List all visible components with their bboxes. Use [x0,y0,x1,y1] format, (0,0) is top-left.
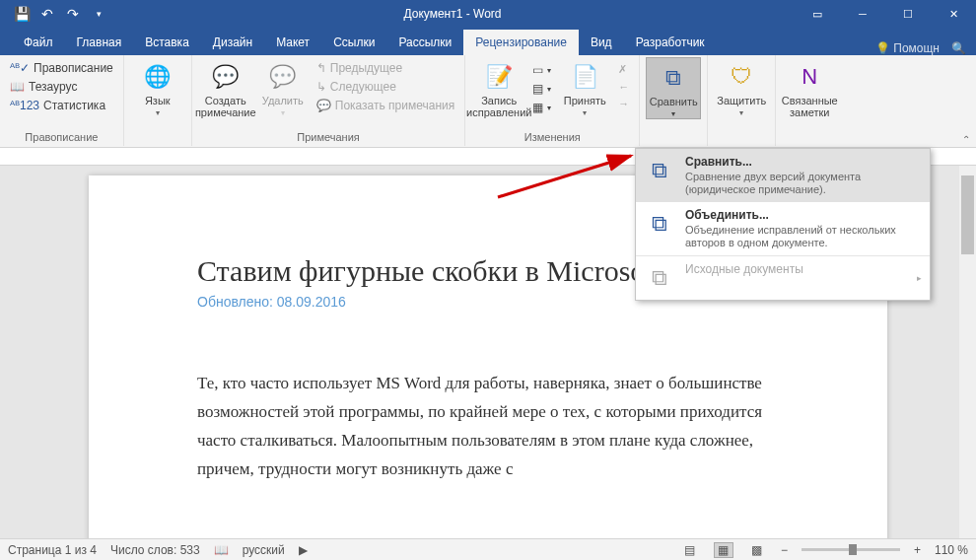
minimize-button[interactable]: ─ [840,0,885,28]
group-tracking: 📝 Запись исправлений ▭▾ ▤▾ ▦▾ 📄 Принять … [465,55,640,146]
status-language[interactable]: русский [243,543,285,557]
spelling-button[interactable]: ᴬᴮ✓Правописание [6,59,117,77]
thesaurus-button[interactable]: 📖Тезаурус [6,78,117,96]
new-comment-button[interactable]: 💬 Создать примечание [198,57,253,118]
combine-item-title: Объединить... [685,208,922,222]
prev-change-button: ← [614,79,633,95]
group-language: 🌐 Язык ▾ [124,55,192,146]
quick-access-toolbar: 💾 ↶ ↷ ▾ [0,2,110,26]
window-controls: ▭ ─ ☐ ✕ [795,0,976,28]
globe-icon: 🌐 [142,61,174,93]
group-comments-label: Примечания [198,130,459,144]
track-icon: 📝 [483,61,515,93]
combine-menu-item[interactable]: ⧉ Объединить... Объединение исправлений … [636,202,930,255]
linked-notes-button[interactable]: N Связанные заметки [782,57,837,118]
tab-mailings[interactable]: Рассылки [386,30,463,55]
view-web-layout[interactable]: ▩ [747,542,767,558]
tab-insert[interactable]: Вставка [133,30,201,55]
status-page[interactable]: Страница 1 из 4 [8,543,97,557]
status-proofing-icon[interactable]: 📖 [214,543,229,557]
compare-menu-item[interactable]: ⧉ Сравнить... Сравнение двух версий доку… [636,149,930,202]
tab-developer[interactable]: Разработчик [624,30,717,55]
source-item-title: Исходные документы [685,262,907,276]
status-bar: Страница 1 из 4 Число слов: 533 📖 русски… [0,538,976,560]
comment-icon: 💬 [210,61,242,93]
delete-comment-button[interactable]: 💬 Удалить ▾ [255,57,311,117]
combine-item-desc: Объединение исправлений от нескольких ав… [685,224,922,249]
tab-home[interactable]: Главная [65,30,134,55]
compare-item-desc: Сравнение двух версий документа (юридиче… [685,171,922,196]
protect-icon: 🛡 [726,61,757,93]
status-macro-icon[interactable]: ▶ [299,543,308,557]
close-button[interactable]: ✕ [931,0,976,28]
tell-me-label: Помощн [893,41,940,55]
statistics-button[interactable]: ᴬᴮ123Статистика [6,97,117,114]
accept-icon: 📄 [569,61,600,93]
scrollbar-thumb[interactable] [961,175,974,254]
view-read-mode[interactable]: ▤ [680,542,700,558]
view-print-layout[interactable]: ▦ [714,542,733,558]
document-body: Те, кто часто использует MS Word для раб… [197,369,779,483]
vertical-scrollbar[interactable] [959,166,976,538]
group-compare: ⧉ Сравнить ▾ [640,55,708,146]
qat-customize-icon[interactable]: ▾ [87,2,110,26]
status-words[interactable]: Число слов: 533 [110,543,200,557]
next-comment-button: ↳Следующее [313,78,459,96]
delete-comment-icon: 💬 [267,61,299,93]
maximize-button[interactable]: ☐ [885,0,931,28]
accept-button[interactable]: 📄 Принять ▾ [557,57,612,117]
tab-file[interactable]: Файл [12,30,65,55]
tell-me-icon[interactable]: 💡 Помощн [875,41,940,55]
ribbon: ᴬᴮ✓Правописание 📖Тезаурус ᴬᴮ123Статистик… [0,55,976,148]
collapse-ribbon-icon[interactable]: ⌃ [962,134,970,145]
zoom-out-button[interactable]: − [781,543,788,557]
reject-button: ✗ [614,61,633,78]
group-proofing: ᴬᴮ✓Правописание 📖Тезаурус ᴬᴮ123Статистик… [0,55,124,146]
group-comments: 💬 Создать примечание 💬 Удалить ▾ ↰Предыд… [192,55,466,146]
reviewing-pane-dropdown[interactable]: ▦▾ [528,99,555,116]
zoom-slider[interactable] [802,548,900,551]
combine-docs-icon: ⧉ [644,208,675,240]
tab-layout[interactable]: Макет [264,30,321,55]
next-change-button: → [614,96,633,111]
tab-references[interactable]: Ссылки [321,30,386,55]
ribbon-tabs: Файл Главная Вставка Дизайн Макет Ссылки… [0,28,976,55]
compare-icon: ⧉ [658,62,689,94]
title-bar: 💾 ↶ ↷ ▾ Документ1 - Word ▭ ─ ☐ ✕ [0,0,976,28]
redo-button[interactable]: ↷ [61,2,85,26]
save-button[interactable]: 💾 [10,2,34,26]
share-icon[interactable]: 🔍 [951,41,966,55]
tab-review[interactable]: Рецензирование [463,30,579,55]
tab-design[interactable]: Дизайн [201,30,264,55]
group-proofing-label: Правописание [6,130,117,144]
track-changes-button[interactable]: 📝 Запись исправлений [471,57,526,118]
group-onenote: N Связанные заметки [776,55,843,146]
tab-view[interactable]: Вид [579,30,624,55]
window-title: Документ1 - Word [110,7,795,21]
source-docs-icon: ⧉ [644,262,675,294]
source-docs-menu-item: ⧉ Исходные документы ▸ [636,255,930,300]
show-markup-dropdown[interactable]: ▤▾ [528,80,555,98]
onenote-icon: N [794,61,825,93]
zoom-level[interactable]: 110 % [935,543,968,557]
compare-dropdown: ⧉ Сравнить... Сравнение двух версий доку… [635,148,931,301]
display-for-review-dropdown[interactable]: ▭▾ [528,61,555,79]
protect-button[interactable]: 🛡 Защитить ▾ [714,57,769,117]
language-button[interactable]: 🌐 Язык ▾ [130,57,185,117]
prev-comment-button: ↰Предыдущее [313,59,459,77]
group-tracking-label: Изменения [471,130,633,144]
show-comments-button: 💬Показать примечания [313,97,459,114]
ribbon-display-button[interactable]: ▭ [795,0,840,28]
compare-item-title: Сравнить... [685,155,922,169]
zoom-in-button[interactable]: + [914,543,921,557]
group-protect: 🛡 Защитить ▾ [708,55,776,146]
undo-button[interactable]: ↶ [35,2,59,26]
compare-docs-icon: ⧉ [644,155,675,186]
compare-button[interactable]: ⧉ Сравнить ▾ [646,57,701,119]
